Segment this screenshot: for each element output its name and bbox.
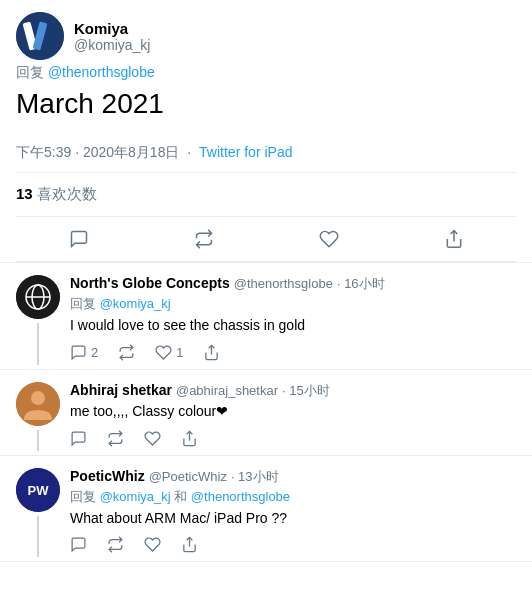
reply-user-row-1: North's Globe Concepts @thenorthsglobe ·… [70, 275, 516, 293]
dot-separator: · [187, 144, 191, 160]
reply-username-1: @thenorthsglobe [234, 276, 333, 291]
reply-content-3: PoeticWhiz @PoeticWhiz · 13小时 回复 @komiya… [70, 468, 516, 562]
username: @komiya_kj [74, 37, 150, 53]
svg-point-10 [31, 391, 45, 405]
reply-text-2: me too,,,, Classy colour❤ [70, 402, 516, 422]
reply-time-1: · 16小时 [337, 275, 385, 293]
reply-actions-2 [70, 430, 516, 447]
display-name: Komiya [74, 20, 150, 37]
reply-action-retweet-1[interactable] [118, 344, 135, 361]
tweet-meta: 下午5:39 · 2020年8月18日 · Twitter for iPad [16, 134, 516, 173]
reply-actions-3 [70, 536, 516, 553]
avatar-abhiraj[interactable] [16, 382, 60, 426]
likes-count: 13 [16, 185, 33, 202]
reply-to: 回复 @thenorthsglobe [16, 64, 516, 82]
reply-action-like-2[interactable] [144, 430, 161, 447]
thread-line-3 [37, 516, 39, 558]
avatar-northglobe[interactable] [16, 275, 60, 319]
reply-content-2: Abhiraj shetkar @abhiraj_shetkar · 15小时 … [70, 382, 516, 455]
reply-action-like-3[interactable] [144, 536, 161, 553]
reply-left-2 [16, 382, 60, 455]
like-count-1: 1 [176, 345, 183, 360]
svg-text:PW: PW [28, 483, 50, 498]
tweet-source-link[interactable]: Twitter for iPad [199, 144, 292, 160]
reply-action-share-3[interactable] [181, 536, 198, 553]
reply-text-3: What about ARM Mac/ iPad Pro ?? [70, 509, 516, 529]
like-button[interactable] [307, 221, 351, 257]
reply-action-retweet-2[interactable] [107, 430, 124, 447]
reply-action-retweet-3[interactable] [107, 536, 124, 553]
reply-tweet-1: North's Globe Concepts @thenorthsglobe ·… [0, 263, 532, 370]
reply-left-1 [16, 275, 60, 369]
reply-action-comment-3[interactable] [70, 536, 87, 553]
reply-username-2: @abhiraj_shetkar [176, 383, 278, 398]
reply-to-link[interactable]: @thenorthsglobe [48, 64, 155, 80]
retweet-button[interactable] [182, 221, 226, 257]
reply-action-comment-1[interactable]: 2 [70, 344, 98, 361]
reply-tweet-3: PW PoeticWhiz @PoeticWhiz · 13小时 回复 @kom… [0, 456, 532, 563]
thread-line [37, 323, 39, 365]
reply-tweet-2: Abhiraj shetkar @abhiraj_shetkar · 15小时 … [0, 370, 532, 456]
user-info: Komiya @komiya_kj [74, 20, 150, 53]
reply-text-1: I would love to see the chassis in gold [70, 316, 516, 336]
tweet-text: March 2021 [16, 86, 516, 122]
reply-count-1: 2 [91, 345, 98, 360]
reply-display-name-1: North's Globe Concepts [70, 275, 230, 291]
reply-to-line-3: 回复 @komiya_kj 和 @thenorthsglobe [70, 488, 516, 506]
reply-display-name-2: Abhiraj shetkar [70, 382, 172, 398]
reply-user-row-3: PoeticWhiz @PoeticWhiz · 13小时 [70, 468, 516, 486]
share-button[interactable] [432, 221, 476, 257]
reply-left-3: PW [16, 468, 60, 562]
likes-label: 喜欢次数 [37, 185, 97, 202]
reply-user-row-2: Abhiraj shetkar @abhiraj_shetkar · 15小时 [70, 382, 516, 400]
reply-action-comment-2[interactable] [70, 430, 87, 447]
reply-to-user-link-3b[interactable]: @thenorthsglobe [191, 489, 290, 504]
reply-actions-1: 2 1 [70, 344, 516, 361]
reply-action-share-1[interactable] [203, 344, 220, 361]
reply-button[interactable] [57, 221, 101, 257]
reply-action-share-2[interactable] [181, 430, 198, 447]
avatar-poeticwhiz[interactable]: PW [16, 468, 60, 512]
reply-time-3: · 13小时 [231, 468, 279, 486]
thread-line-2 [37, 430, 39, 451]
reply-time-2: · 15小时 [282, 382, 330, 400]
reply-to-line-1: 回复 @komiya_kj [70, 295, 516, 313]
user-row: Komiya @komiya_kj [16, 12, 516, 60]
main-tweet: Komiya @komiya_kj 回复 @thenorthsglobe Mar… [0, 0, 532, 263]
reply-username-3: @PoeticWhiz [149, 469, 227, 484]
reply-to-user-link-1[interactable]: @komiya_kj [100, 296, 171, 311]
main-action-row [16, 217, 516, 262]
reply-display-name-3: PoeticWhiz [70, 468, 145, 484]
tweet-time: 下午5:39 · 2020年8月18日 [16, 144, 179, 160]
reply-action-like-1[interactable]: 1 [155, 344, 183, 361]
reply-to-user-link-3a[interactable]: @komiya_kj [100, 489, 171, 504]
reply-content-1: North's Globe Concepts @thenorthsglobe ·… [70, 275, 516, 369]
likes-row: 13 喜欢次数 [16, 173, 516, 217]
avatar[interactable] [16, 12, 64, 60]
